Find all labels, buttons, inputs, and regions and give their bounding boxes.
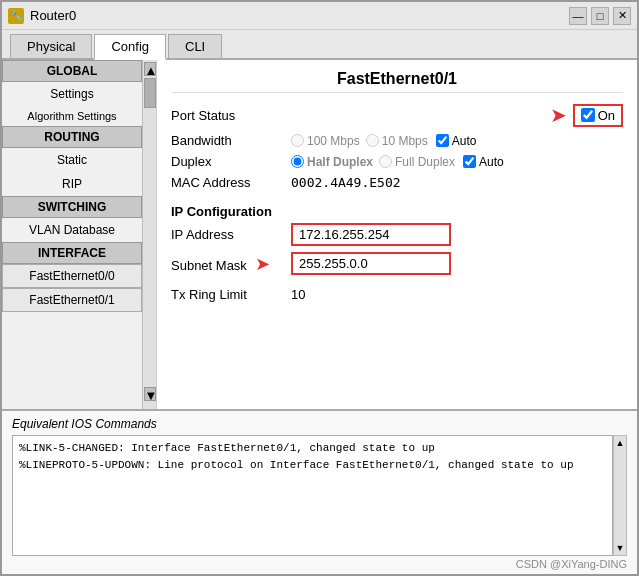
ip-address-row: IP Address (171, 223, 623, 246)
sidebar-section-routing: ROUTING (2, 126, 142, 148)
duplex-value: Half Duplex Full Duplex Auto (291, 155, 623, 169)
port-status-label: Port Status (171, 108, 291, 123)
duplex-full-radio[interactable] (379, 155, 392, 168)
scroll-down-arrow[interactable]: ▼ (144, 387, 156, 401)
arrow-icon: ➤ (550, 103, 567, 127)
maximize-button[interactable]: □ (591, 7, 609, 25)
title-bar: 🔧 Router0 — □ ✕ (2, 2, 637, 30)
port-status-value: ➤ On (291, 103, 623, 127)
port-status-checkbox[interactable] (581, 108, 595, 122)
minimize-button[interactable]: — (569, 7, 587, 25)
bandwidth-100-label: 100 Mbps (307, 134, 360, 148)
bandwidth-10-option[interactable]: 10 Mbps (366, 134, 428, 148)
console-area: %LINK-5-CHANGED: Interface FastEthernet0… (12, 435, 613, 556)
sidebar-item-settings[interactable]: Settings (2, 82, 142, 106)
ip-config-header: IP Configuration (171, 204, 623, 219)
console-scroll-down[interactable]: ▼ (616, 543, 625, 553)
bandwidth-auto-check[interactable]: Auto (436, 134, 477, 148)
duplex-radio-group: Half Duplex Full Duplex (291, 155, 455, 169)
bandwidth-radio-group: 100 Mbps 10 Mbps (291, 134, 428, 148)
main-content: GLOBAL Settings Algorithm Settings ROUTI… (2, 60, 637, 409)
subnet-mask-value (291, 252, 623, 275)
bandwidth-value: 100 Mbps 10 Mbps Auto (291, 134, 623, 148)
subnet-arrow-icon: ➤ (255, 254, 270, 274)
sidebar: GLOBAL Settings Algorithm Settings ROUTI… (2, 60, 142, 409)
bandwidth-100-option[interactable]: 100 Mbps (291, 134, 360, 148)
console-scroll-up[interactable]: ▲ (616, 438, 625, 448)
duplex-full-label: Full Duplex (395, 155, 455, 169)
duplex-half-radio[interactable] (291, 155, 304, 168)
sidebar-scrollbar[interactable]: ▲ ▼ (142, 60, 156, 409)
sidebar-item-fastethernet00[interactable]: FastEthernet0/0 (2, 264, 142, 288)
subnet-mask-label-text: Subnet Mask (171, 258, 247, 273)
bandwidth-row: Bandwidth 100 Mbps 10 Mbps (171, 133, 623, 148)
watermark: CSDN @XiYang-DING (12, 558, 627, 570)
port-status-row: Port Status ➤ On (171, 103, 623, 127)
title-controls: — □ ✕ (569, 7, 631, 25)
console-line-3: %LINEPROTO-5-UPDOWN: Line protocol on In… (19, 457, 606, 474)
close-button[interactable]: ✕ (613, 7, 631, 25)
scroll-up-arrow[interactable]: ▲ (144, 62, 156, 76)
mac-row: MAC Address 0002.4A49.E502 (171, 175, 623, 190)
duplex-half-label: Half Duplex (307, 155, 373, 169)
duplex-row: Duplex Half Duplex Full Duplex (171, 154, 623, 169)
window-title: Router0 (30, 8, 76, 23)
bandwidth-auto-checkbox[interactable] (436, 134, 449, 147)
tabs-row: Physical Config CLI (2, 30, 637, 60)
sidebar-item-rip[interactable]: RIP (2, 172, 142, 196)
bandwidth-10-radio[interactable] (366, 134, 379, 147)
app-icon: 🔧 (8, 8, 24, 24)
bottom-section: Equivalent IOS Commands %LINK-5-CHANGED:… (2, 409, 637, 574)
console-wrapper: %LINK-5-CHANGED: Interface FastEthernet0… (12, 435, 627, 556)
console-line-1: %LINK-5-CHANGED: Interface FastEthernet0… (19, 440, 606, 457)
sidebar-item-algorithm-settings[interactable]: Algorithm Settings (2, 106, 142, 126)
tx-ring-row: Tx Ring Limit 10 (171, 287, 623, 302)
tx-ring-value: 10 (291, 287, 623, 302)
duplex-auto-label: Auto (479, 155, 504, 169)
bandwidth-label: Bandwidth (171, 133, 291, 148)
right-panel: FastEthernet0/1 Port Status ➤ On Bandwid (157, 60, 637, 409)
subnet-mask-row: Subnet Mask ➤ (171, 252, 623, 275)
bandwidth-100-radio[interactable] (291, 134, 304, 147)
port-status-on-label: On (598, 108, 615, 123)
mac-value: 0002.4A49.E502 (291, 175, 623, 190)
sidebar-item-fastethernet01[interactable]: FastEthernet0/1 (2, 288, 142, 312)
sidebar-section-global: GLOBAL (2, 60, 142, 82)
sidebar-section-interface: INTERFACE (2, 242, 142, 264)
duplex-label: Duplex (171, 154, 291, 169)
main-window: 🔧 Router0 — □ ✕ Physical Config CLI GLOB… (0, 0, 639, 576)
port-status-checkbox-container: On (573, 104, 623, 127)
subnet-mask-label: Subnet Mask ➤ (171, 253, 291, 275)
tab-physical[interactable]: Physical (10, 34, 92, 58)
console-scrollbar[interactable]: ▲ ▼ (613, 435, 627, 556)
duplex-auto-checkbox[interactable] (463, 155, 476, 168)
ip-address-label: IP Address (171, 227, 291, 242)
equiv-ios-label: Equivalent IOS Commands (12, 417, 627, 431)
sidebar-section-switching: SWITCHING (2, 196, 142, 218)
ip-address-value (291, 223, 623, 246)
sidebar-item-static[interactable]: Static (2, 148, 142, 172)
subnet-mask-input[interactable] (291, 252, 451, 275)
duplex-half-option[interactable]: Half Duplex (291, 155, 373, 169)
title-bar-left: 🔧 Router0 (8, 8, 76, 24)
panel-title: FastEthernet0/1 (171, 70, 623, 93)
bandwidth-auto-label: Auto (452, 134, 477, 148)
ip-address-input[interactable] (291, 223, 451, 246)
bandwidth-10-label: 10 Mbps (382, 134, 428, 148)
sidebar-container: GLOBAL Settings Algorithm Settings ROUTI… (2, 60, 157, 409)
mac-label: MAC Address (171, 175, 291, 190)
sidebar-item-vlan-database[interactable]: VLAN Database (2, 218, 142, 242)
tab-config[interactable]: Config (94, 34, 166, 60)
tab-cli[interactable]: CLI (168, 34, 222, 58)
scroll-thumb[interactable] (144, 78, 156, 108)
duplex-full-option[interactable]: Full Duplex (379, 155, 455, 169)
duplex-auto-check[interactable]: Auto (463, 155, 504, 169)
tx-ring-label: Tx Ring Limit (171, 287, 291, 302)
